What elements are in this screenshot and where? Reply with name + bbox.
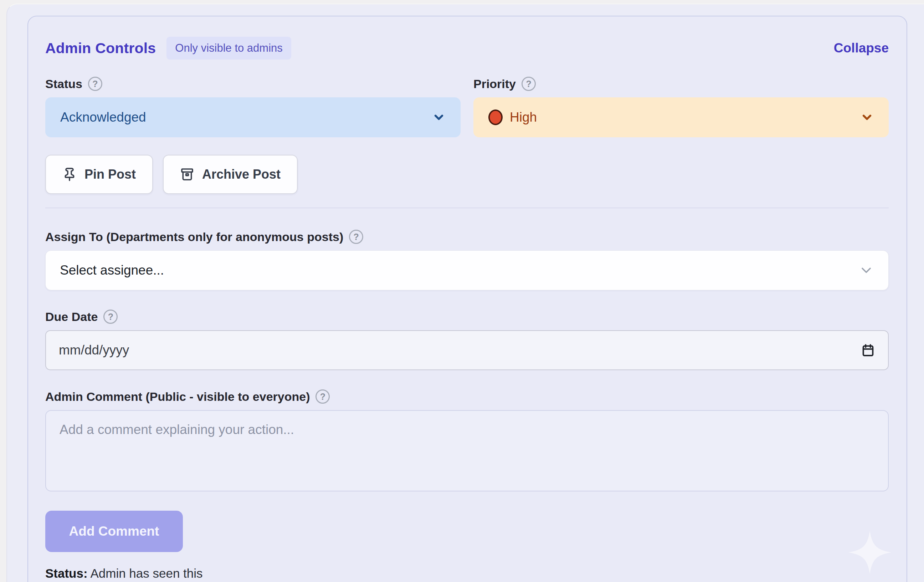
priority-label: Priority (474, 77, 516, 91)
assign-label-row: Assign To (Departments only for anonymou… (45, 230, 889, 244)
priority-help-icon[interactable]: ? (521, 77, 536, 91)
due-date-label: Due Date (45, 310, 98, 324)
archive-post-button[interactable]: Archive Post (163, 155, 298, 194)
assign-help-icon[interactable]: ? (349, 230, 363, 244)
priority-label-row: Priority ? (474, 77, 889, 91)
assignee-placeholder: Select assignee... (60, 263, 164, 278)
section-divider (45, 208, 889, 208)
priority-column: Priority ? High (474, 77, 889, 137)
seen-status-label: Status: (45, 566, 88, 580)
admin-comment-help-icon[interactable]: ? (315, 389, 330, 404)
assignee-select[interactable]: Select assignee... (45, 250, 889, 290)
admin-controls-panel: Admin Controls Only visible to admins Co… (28, 16, 907, 582)
post-actions-row: Pin Post Archive Post (45, 155, 889, 194)
priority-high-dot-icon (488, 109, 503, 125)
assign-to-label: Assign To (Departments only for anonymou… (45, 230, 343, 244)
panel-header: Admin Controls Only visible to admins Co… (45, 36, 889, 60)
status-value: Acknowledged (60, 110, 146, 125)
status-label: Status (45, 77, 82, 91)
admin-comment-label-row: Admin Comment (Public - visible to every… (45, 389, 889, 404)
seen-status-text: Admin has seen this (88, 566, 203, 580)
status-help-icon[interactable]: ? (88, 77, 102, 91)
due-date-label-row: Due Date ? (45, 309, 889, 324)
status-select[interactable]: Acknowledged (45, 98, 460, 137)
due-date-input[interactable] (59, 343, 861, 358)
admins-only-badge: Only visible to admins (167, 37, 291, 60)
panel-title: Admin Controls (45, 40, 156, 57)
chevron-down-icon (858, 263, 874, 278)
status-column: Status ? Acknowledged (45, 77, 460, 137)
priority-select[interactable]: High (474, 98, 889, 137)
priority-value: High (510, 110, 537, 125)
archive-icon (180, 167, 194, 182)
collapse-link[interactable]: Collapse (834, 41, 889, 56)
pin-post-label: Pin Post (84, 167, 136, 182)
add-comment-button[interactable]: Add Comment (45, 511, 183, 552)
seen-status-line: Status: Admin has seen this (45, 566, 889, 580)
archive-post-label: Archive Post (202, 167, 280, 182)
admin-comment-label: Admin Comment (Public - visible to every… (45, 390, 310, 404)
due-date-help-icon[interactable]: ? (103, 309, 118, 324)
status-label-row: Status ? (45, 77, 460, 91)
status-priority-row: Status ? Acknowledged Priority ? Hig (45, 77, 889, 137)
admin-comment-textarea[interactable] (45, 410, 889, 491)
pin-post-button[interactable]: Pin Post (45, 155, 153, 194)
chevron-down-icon (860, 111, 874, 124)
page-background: Admin Controls Only visible to admins Co… (7, 3, 924, 582)
calendar-icon[interactable] (861, 343, 875, 357)
due-date-field (45, 330, 889, 370)
chevron-down-icon (432, 111, 446, 124)
pin-icon (63, 167, 77, 182)
